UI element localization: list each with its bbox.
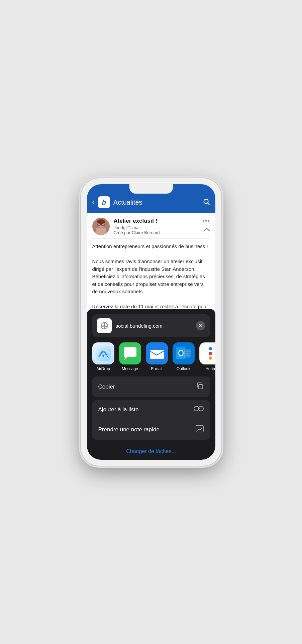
avatar xyxy=(92,218,110,235)
action-rows-group2: Ajouter à la liste Prendre une note rapi… xyxy=(92,400,210,440)
herin-dot-red xyxy=(209,352,212,355)
post-body: Attention entrepreneurs et passionnés de… xyxy=(92,243,210,318)
message-label: Message xyxy=(122,366,138,371)
post-header: Atelier exclusif ! Jeudi, 21 mai Créé pa… xyxy=(92,218,210,235)
change-tasks-button[interactable]: Changer de tâches... xyxy=(87,443,215,460)
herin-icon xyxy=(199,342,215,364)
svg-rect-21 xyxy=(184,349,191,358)
add-list-label: Ajouter à la liste xyxy=(98,406,139,413)
app-logo: b xyxy=(98,196,110,208)
post-actions: ••• xyxy=(203,218,210,233)
outlook-icon xyxy=(173,342,195,364)
airdrop-icon xyxy=(92,342,114,364)
copy-icon xyxy=(196,382,204,392)
add-list-icon xyxy=(193,406,204,413)
svg-rect-29 xyxy=(196,425,203,432)
url-bar: social.bundeling.com ✕ xyxy=(92,314,210,337)
more-options-button[interactable]: ••• xyxy=(203,218,210,225)
page-title: Actualités xyxy=(113,199,199,206)
herin-dot-orange xyxy=(209,356,212,360)
notch xyxy=(129,184,173,194)
post-title: Atelier exclusif ! xyxy=(114,218,199,224)
quick-note-row[interactable]: Prendre une note rapide xyxy=(92,419,210,440)
post-date: Jeudi, 21 mai xyxy=(114,225,199,230)
svg-line-1 xyxy=(208,203,209,205)
content-area: Atelier exclusif ! Jeudi, 21 mai Créé pa… xyxy=(87,213,215,460)
share-app-herin[interactable]: Herin xyxy=(199,342,215,371)
svg-point-8 xyxy=(97,219,105,224)
email-icon xyxy=(146,342,168,364)
herin-dots xyxy=(206,344,215,362)
share-close-button[interactable]: ✕ xyxy=(196,321,205,330)
svg-rect-16 xyxy=(150,350,164,359)
share-apps-row: AirDrop Message xyxy=(87,342,215,377)
share-app-email[interactable]: E-mail xyxy=(146,342,168,371)
svg-rect-4 xyxy=(96,228,106,235)
add-list-row[interactable]: Ajouter à la liste xyxy=(92,400,210,419)
quick-note-icon xyxy=(195,425,204,434)
search-button[interactable] xyxy=(203,198,210,207)
svg-point-20 xyxy=(179,351,183,355)
email-label: E-mail xyxy=(151,366,162,371)
share-app-message[interactable]: Message xyxy=(119,342,141,371)
collapse-button[interactable] xyxy=(203,227,210,233)
post-author: Créé par Claire Bernard xyxy=(114,230,199,235)
quick-note-label: Prendre une note rapide xyxy=(98,426,160,433)
svg-rect-12 xyxy=(96,346,111,361)
message-icon xyxy=(119,342,141,364)
copy-label: Copier xyxy=(98,384,115,390)
outlook-label: Outlook xyxy=(177,366,190,371)
copy-row[interactable]: Copier xyxy=(92,377,210,397)
post-meta: Atelier exclusif ! Jeudi, 21 mai Créé pa… xyxy=(114,218,199,235)
share-sheet: social.bundeling.com ✕ xyxy=(87,309,215,460)
back-button[interactable]: ‹ xyxy=(92,198,95,207)
airdrop-label: AirDrop xyxy=(96,366,110,371)
share-app-airdrop[interactable]: AirDrop xyxy=(92,342,114,371)
post-divider xyxy=(92,238,210,239)
herin-dot-blue xyxy=(209,347,212,350)
phone-inner: ‹ b Actualités xyxy=(87,184,215,460)
herin-label: Herin xyxy=(205,366,215,371)
svg-rect-25 xyxy=(199,385,203,389)
copy-action-row[interactable]: Copier xyxy=(92,377,210,397)
share-app-outlook[interactable]: Outlook xyxy=(173,342,195,371)
url-icon-box xyxy=(97,318,112,333)
phone-frame: ‹ b Actualités xyxy=(81,178,221,466)
url-text: social.bundeling.com xyxy=(116,323,192,329)
post-card: Atelier exclusif ! Jeudi, 21 mai Créé pa… xyxy=(87,213,215,323)
